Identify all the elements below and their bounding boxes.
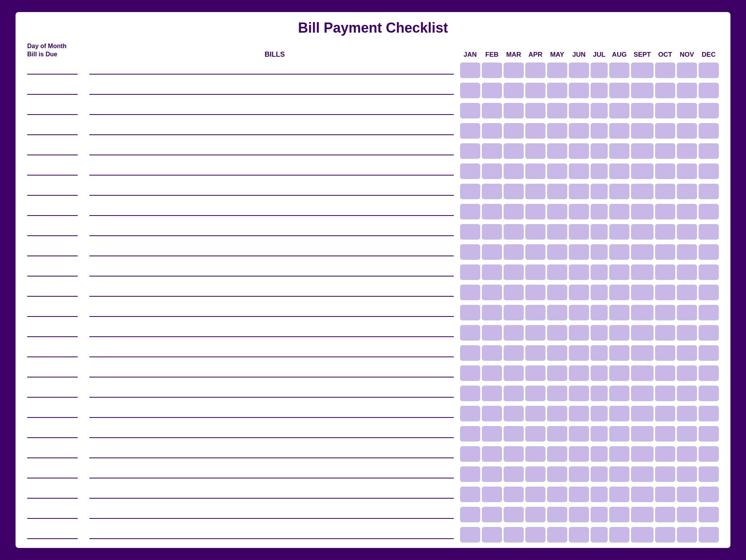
checkbox-jul[interactable] [591,83,608,98]
checkbox-sept[interactable] [631,487,654,502]
checkbox-sept[interactable] [631,446,654,462]
checkbox-feb[interactable] [482,143,502,159]
checkbox-may[interactable] [547,487,567,502]
checkbox-may[interactable] [547,446,567,462]
checkbox-nov[interactable] [677,507,697,522]
checkbox-feb[interactable] [482,365,502,381]
checkbox-nov[interactable] [677,204,697,219]
checkbox-aug[interactable] [609,305,629,320]
checkbox-jan[interactable] [460,103,480,118]
checkbox-may[interactable] [547,386,567,401]
checkbox-dec[interactable] [699,264,719,280]
checkbox-sept[interactable] [631,345,654,361]
checkbox-aug[interactable] [609,285,629,300]
checkbox-oct[interactable] [655,264,675,280]
checkbox-jan[interactable] [460,204,480,219]
checkbox-sept[interactable] [631,527,654,543]
checkbox-jul[interactable] [591,123,608,139]
checkbox-aug[interactable] [609,264,629,280]
checkbox-nov[interactable] [677,446,697,462]
checkbox-nov[interactable] [677,487,697,502]
checkbox-jan[interactable] [460,244,480,260]
checkbox-jan[interactable] [460,305,480,320]
checkbox-may[interactable] [547,285,567,300]
checkbox-feb[interactable] [482,285,502,300]
checkbox-mar[interactable] [504,365,524,381]
checkbox-dec[interactable] [699,143,719,159]
checkbox-may[interactable] [547,527,567,543]
checkbox-feb[interactable] [482,264,502,280]
checkbox-oct[interactable] [655,143,675,159]
checkbox-sept[interactable] [631,204,654,219]
checkbox-mar[interactable] [504,345,524,361]
checkbox-jan[interactable] [460,345,480,361]
checkbox-oct[interactable] [655,63,675,78]
checkbox-nov[interactable] [677,345,697,361]
checkbox-apr[interactable] [525,466,546,482]
checkbox-jul[interactable] [591,527,608,543]
checkbox-apr[interactable] [525,143,546,159]
checkbox-aug[interactable] [609,466,629,482]
checkbox-jul[interactable] [591,163,608,179]
checkbox-aug[interactable] [609,63,629,78]
checkbox-mar[interactable] [504,244,524,260]
checkbox-jan[interactable] [460,446,480,462]
checkbox-nov[interactable] [677,163,697,179]
checkbox-nov[interactable] [677,285,697,300]
checkbox-dec[interactable] [699,487,719,502]
checkbox-may[interactable] [547,63,567,78]
checkbox-nov[interactable] [677,406,697,421]
checkbox-oct[interactable] [655,163,675,179]
checkbox-dec[interactable] [699,365,719,381]
checkbox-oct[interactable] [655,204,675,219]
checkbox-mar[interactable] [504,507,524,522]
checkbox-jun[interactable] [569,527,589,543]
checkbox-jan[interactable] [460,527,480,543]
checkbox-aug[interactable] [609,345,629,361]
checkbox-apr[interactable] [525,123,546,139]
checkbox-nov[interactable] [677,426,697,442]
checkbox-aug[interactable] [609,527,629,543]
checkbox-oct[interactable] [655,406,675,421]
checkbox-oct[interactable] [655,123,675,139]
checkbox-jun[interactable] [569,305,589,320]
checkbox-oct[interactable] [655,345,675,361]
checkbox-nov[interactable] [677,386,697,401]
checkbox-jun[interactable] [569,63,589,78]
checkbox-jan[interactable] [460,466,480,482]
checkbox-sept[interactable] [631,103,654,118]
checkbox-may[interactable] [547,204,567,219]
checkbox-jun[interactable] [569,83,589,98]
checkbox-apr[interactable] [525,305,546,320]
checkbox-jun[interactable] [569,406,589,421]
checkbox-sept[interactable] [631,163,654,179]
checkbox-jun[interactable] [569,325,589,341]
checkbox-aug[interactable] [609,123,629,139]
checkbox-may[interactable] [547,305,567,320]
checkbox-may[interactable] [547,83,567,98]
checkbox-aug[interactable] [609,406,629,421]
checkbox-apr[interactable] [525,103,546,118]
checkbox-jun[interactable] [569,487,589,502]
checkbox-aug[interactable] [609,446,629,462]
checkbox-feb[interactable] [482,487,502,502]
checkbox-may[interactable] [547,123,567,139]
checkbox-mar[interactable] [504,83,524,98]
checkbox-mar[interactable] [504,123,524,139]
checkbox-feb[interactable] [482,406,502,421]
checkbox-jun[interactable] [569,466,589,482]
checkbox-jul[interactable] [591,426,608,442]
checkbox-feb[interactable] [482,83,502,98]
checkbox-jun[interactable] [569,446,589,462]
checkbox-mar[interactable] [504,63,524,78]
checkbox-mar[interactable] [504,103,524,118]
checkbox-dec[interactable] [699,345,719,361]
checkbox-jul[interactable] [591,386,608,401]
checkbox-apr[interactable] [525,386,546,401]
checkbox-jan[interactable] [460,386,480,401]
checkbox-nov[interactable] [677,264,697,280]
checkbox-mar[interactable] [504,466,524,482]
checkbox-sept[interactable] [631,184,654,199]
checkbox-dec[interactable] [699,224,719,240]
checkbox-mar[interactable] [504,264,524,280]
